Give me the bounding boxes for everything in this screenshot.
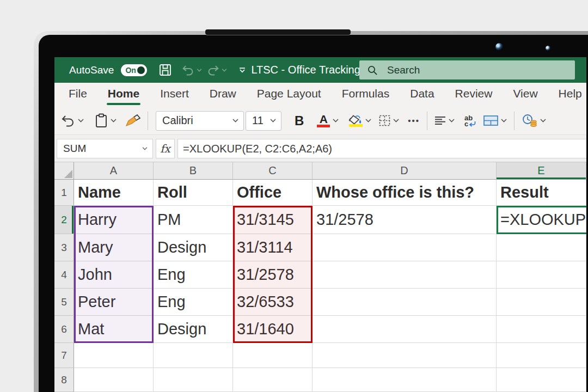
more-options-button[interactable]: •••: [408, 116, 420, 125]
autosave-toggle[interactable]: On: [121, 64, 147, 76]
cell-e1[interactable]: Result: [497, 180, 586, 206]
cell-a3[interactable]: Mary: [74, 234, 154, 261]
cell-a4[interactable]: John: [74, 261, 154, 289]
cell-b6[interactable]: Design: [154, 316, 233, 343]
active-cell-formula: =XLOOKUP(: [500, 211, 586, 229]
column-header-c[interactable]: C: [233, 162, 313, 180]
row-header-3[interactable]: 3: [54, 234, 74, 261]
row-header-5[interactable]: 5: [54, 289, 74, 316]
search-placeholder: Search: [387, 64, 420, 76]
cell-c1[interactable]: Office: [233, 180, 313, 206]
cell-a7[interactable]: [74, 343, 154, 368]
laptop-lid-notch: [205, 29, 351, 35]
cell-e3[interactable]: [497, 234, 586, 261]
insert-function-button[interactable]: fx: [156, 139, 175, 158]
tab-home[interactable]: Home: [97, 83, 150, 107]
name-box[interactable]: SUM: [57, 139, 153, 158]
save-icon[interactable]: [159, 64, 171, 76]
tab-page-layout[interactable]: Page Layout: [247, 83, 332, 107]
cell-b1[interactable]: Roll: [154, 180, 233, 206]
row-header-1[interactable]: 1: [54, 180, 74, 206]
cell-e2-active[interactable]: =XLOOKUP(E: [497, 206, 586, 234]
cell-e5[interactable]: [497, 289, 586, 316]
font-name-select[interactable]: Calibri: [156, 111, 244, 131]
cell-b2[interactable]: PM: [154, 206, 233, 234]
tab-review[interactable]: Review: [445, 83, 503, 107]
cell-d4[interactable]: [313, 261, 497, 289]
cell-a1[interactable]: Name: [74, 180, 154, 206]
tab-formulas[interactable]: Formulas: [332, 83, 400, 107]
row-header-2[interactable]: 2: [54, 206, 74, 234]
cell-e8[interactable]: [497, 368, 586, 392]
cell-b8[interactable]: [154, 368, 233, 392]
fill-color-button[interactable]: [348, 115, 371, 127]
cell-b3[interactable]: Design: [154, 234, 233, 261]
cell-e7[interactable]: [497, 343, 586, 368]
page-background: AutoSave On LTSC - Office Tracking 20...: [0, 0, 588, 392]
format-painter-icon[interactable]: [125, 114, 140, 127]
formula-bar: SUM fx =XLOOKUP(E2, C2:C6,A2;A6): [54, 135, 586, 162]
tab-help[interactable]: Help: [548, 83, 586, 107]
cell-d8[interactable]: [313, 368, 497, 392]
cell-c5[interactable]: 32/6533: [233, 289, 313, 316]
cell-c8[interactable]: [233, 368, 313, 392]
cell-a8[interactable]: [74, 368, 154, 392]
cell-e4[interactable]: [497, 261, 586, 289]
font-size-select[interactable]: 11: [246, 111, 281, 131]
webcam-led-icon: [546, 46, 550, 51]
tab-draw[interactable]: Draw: [199, 83, 247, 107]
cell-d3[interactable]: [313, 234, 497, 261]
cell-d7[interactable]: [313, 343, 497, 368]
redo-icon[interactable]: [207, 65, 227, 76]
cell-d1[interactable]: Whose office is this?: [313, 180, 497, 206]
merge-cells-button[interactable]: [483, 115, 507, 126]
row-header-6[interactable]: 6: [54, 316, 74, 343]
cell-d5[interactable]: [313, 289, 497, 316]
cell-a6[interactable]: Mat: [74, 316, 154, 343]
select-all-button[interactable]: [54, 162, 74, 180]
cell-d6[interactable]: [313, 316, 497, 343]
cell-d2[interactable]: 31/2578: [313, 206, 497, 234]
number-format-button[interactable]: [522, 114, 546, 127]
tab-data[interactable]: Data: [400, 83, 444, 107]
row-header-4[interactable]: 4: [54, 261, 74, 289]
ribbon-toolbar: Calibri 11 B A: [54, 107, 586, 135]
ribbon-tab-bar: File Home Insert Draw Page Layout Formul…: [54, 83, 586, 107]
tab-view[interactable]: View: [503, 83, 548, 107]
cell-c7[interactable]: [233, 343, 313, 368]
search-input[interactable]: Search: [359, 60, 575, 79]
column-header-b[interactable]: B: [154, 162, 233, 180]
toolbar-divider: [427, 112, 427, 130]
paste-button[interactable]: [95, 113, 117, 128]
cell-c3[interactable]: 31/3114: [233, 234, 313, 261]
column-header-a[interactable]: A: [74, 162, 154, 180]
cell-c6[interactable]: 31/1640: [233, 316, 313, 343]
undo-icon[interactable]: [182, 65, 202, 76]
wrap-text-button[interactable]: ab c: [464, 115, 476, 127]
cell-b4[interactable]: Eng: [154, 261, 233, 289]
row-header-8[interactable]: 8: [54, 368, 74, 392]
cell-b5[interactable]: Eng: [154, 289, 233, 316]
autosave-toggle-state: On: [125, 66, 136, 75]
row-header-7[interactable]: 7: [54, 343, 74, 368]
bold-button[interactable]: B: [295, 113, 304, 128]
title-chevron-bar-icon[interactable]: [238, 68, 246, 73]
cell-a5[interactable]: Peter: [74, 289, 154, 316]
tab-file[interactable]: File: [58, 83, 97, 107]
tab-insert[interactable]: Insert: [150, 83, 199, 107]
font-color-button[interactable]: A: [317, 114, 339, 127]
align-button[interactable]: [434, 116, 455, 125]
cell-a2[interactable]: Harry: [74, 206, 154, 234]
column-header-d[interactable]: D: [313, 162, 497, 180]
fill-color-icon: [348, 115, 363, 127]
worksheet: A B C D E 1 Name Roll Office Whose offic…: [54, 162, 586, 392]
formula-input[interactable]: =XLOOKUP(E2, C2:C6,A2;A6): [177, 139, 586, 158]
borders-button[interactable]: [379, 115, 399, 126]
undo-button[interactable]: [61, 115, 84, 127]
column-header-e[interactable]: E: [497, 162, 586, 180]
cell-e6[interactable]: [497, 316, 586, 343]
number-format-icon: [522, 114, 537, 127]
cell-c4[interactable]: 31/2578: [233, 261, 313, 289]
cell-c2[interactable]: 31/3145: [233, 206, 313, 234]
cell-b7[interactable]: [154, 343, 233, 368]
